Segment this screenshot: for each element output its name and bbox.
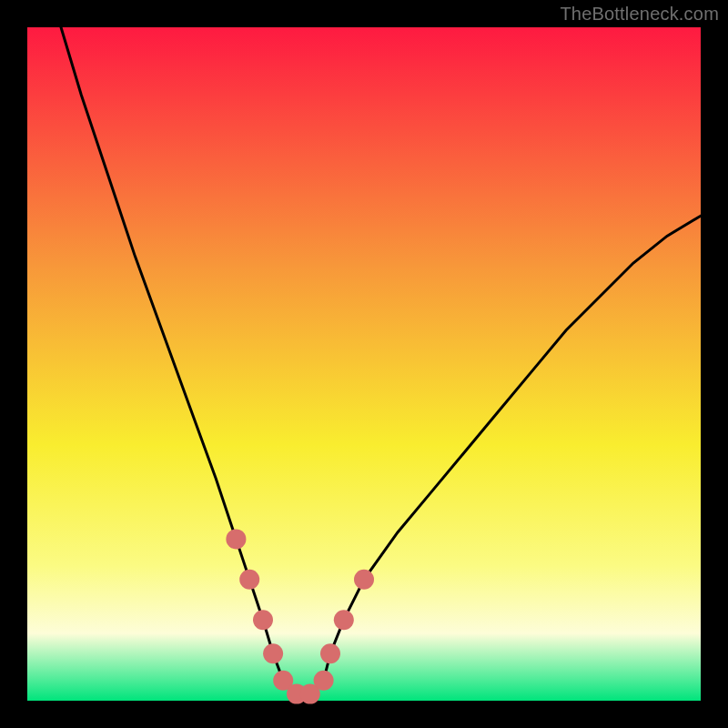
curve-marker bbox=[334, 610, 354, 630]
bottleneck-chart bbox=[0, 0, 728, 728]
curve-marker bbox=[320, 643, 340, 663]
curve-marker bbox=[354, 570, 374, 590]
curve-marker bbox=[263, 643, 283, 663]
curve-marker bbox=[226, 529, 246, 549]
plot-area bbox=[27, 27, 701, 701]
curve-marker bbox=[253, 610, 273, 630]
chart-container: TheBottleneck.com bbox=[0, 0, 728, 728]
curve-marker bbox=[314, 671, 334, 691]
watermark-text: TheBottleneck.com bbox=[560, 4, 719, 25]
curve-marker bbox=[239, 570, 259, 590]
